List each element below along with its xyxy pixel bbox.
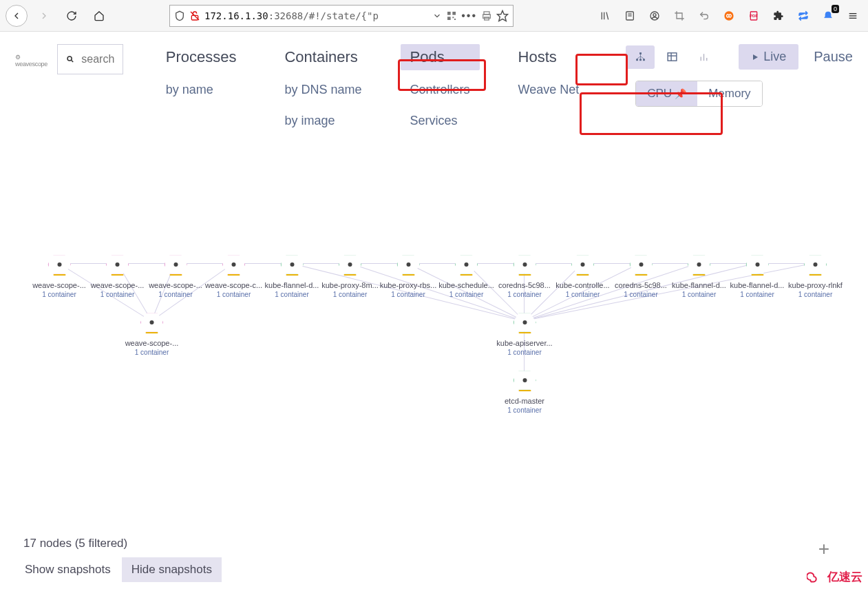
infinity-icon[interactable] — [719, 6, 739, 25]
pod-node[interactable]: kube-proxy-8m...1 container — [321, 252, 379, 298]
node-sub: 1 container — [728, 291, 787, 298]
topo-services[interactable]: Services — [401, 110, 480, 132]
zoom-in[interactable]: + — [818, 538, 829, 560]
reader-icon[interactable] — [620, 6, 639, 25]
node-sub: 1 container — [123, 349, 181, 356]
bell-badge: 0 — [832, 5, 839, 13]
topo-by-image[interactable]: by image — [275, 110, 371, 132]
hide-snapshots[interactable]: Hide snapshots — [122, 557, 222, 582]
pod-node[interactable]: weave-scope-...1 container — [123, 310, 181, 356]
svg-rect-28 — [639, 59, 642, 61]
node-title: kube-proxy-8m... — [321, 281, 379, 289]
address-bar[interactable]: 172.16.1.30:32688/#!/state/{"p ••• — [169, 5, 514, 27]
star-icon[interactable] — [496, 10, 509, 22]
extension-icon[interactable] — [769, 6, 788, 25]
library-icon[interactable] — [595, 6, 615, 25]
topo-processes[interactable]: Processes — [156, 44, 246, 70]
node-title: kube-flannel-d... — [670, 281, 728, 289]
node-title: coredns-5c98... — [612, 281, 670, 289]
node-sub: 1 container — [496, 291, 554, 298]
pod-node[interactable]: weave-scope-c...1 container — [204, 252, 263, 298]
pod-node[interactable]: coredns-5c98...1 container — [612, 252, 670, 298]
topo-containers[interactable]: Containers — [275, 44, 371, 70]
pod-node[interactable]: kube-apiserver...1 container — [496, 310, 554, 356]
pod-node[interactable]: kube-schedule...1 container — [437, 252, 496, 298]
pod-node[interactable]: kube-flannel-d...1 container — [670, 252, 728, 298]
topo-by-name[interactable]: by name — [156, 79, 246, 101]
reload-button[interactable] — [61, 5, 83, 27]
snapshot-tabs: Show snapshots Hide snapshots — [15, 557, 853, 582]
topo-by-dns-name[interactable]: by DNS name — [275, 79, 371, 101]
view-table[interactable] — [657, 45, 686, 69]
svg-rect-3 — [453, 12, 456, 15]
node-count: 17 nodes (5 filtered) — [15, 537, 853, 550]
back-button[interactable] — [6, 5, 28, 27]
logo: ⚙ weavescope — [15, 44, 47, 68]
topo-hosts[interactable]: Hosts — [509, 44, 589, 70]
pod-node[interactable]: kube-flannel-d...1 container — [728, 252, 787, 298]
svg-line-32 — [640, 56, 644, 59]
svg-point-18 — [653, 13, 656, 16]
search-input[interactable] — [81, 53, 114, 65]
pdf-icon[interactable]: PDF — [744, 6, 763, 25]
svg-line-31 — [637, 56, 640, 59]
printer-icon[interactable] — [481, 10, 492, 21]
shield-icon — [174, 10, 185, 21]
svg-rect-4 — [447, 17, 451, 20]
node-sub: 1 container — [263, 291, 321, 298]
svg-marker-39 — [753, 54, 758, 60]
footer: 17 nodes (5 filtered) Show snapshots Hid… — [0, 537, 868, 589]
search-box[interactable] — [57, 44, 123, 74]
right-controls: Live Pause CPU📌 Memory — [598, 44, 853, 107]
svg-marker-10 — [498, 10, 508, 21]
node-title: etcd-master — [496, 397, 554, 405]
svg-rect-27 — [636, 59, 638, 61]
menu-icon[interactable] — [843, 6, 862, 25]
pod-node[interactable]: kube-proxy-rbs...1 container — [379, 252, 438, 298]
node-title: weave-scope-... — [88, 281, 147, 289]
undo-icon[interactable] — [695, 6, 714, 25]
pod-node[interactable]: kube-proxy-rlnkf1 container — [786, 252, 845, 298]
lock-off-icon — [189, 10, 200, 21]
topo-controllers[interactable]: Controllers — [401, 79, 480, 101]
bell-icon[interactable]: 0 — [818, 6, 838, 25]
chevron-down-icon[interactable] — [432, 11, 442, 21]
node-title: kube-flannel-d... — [263, 281, 321, 289]
show-snapshots[interactable]: Show snapshots — [15, 557, 120, 582]
live-button[interactable]: Live — [739, 44, 798, 70]
pause-button[interactable]: Pause — [814, 49, 853, 65]
pod-node[interactable]: weave-scope-...1 container — [88, 252, 147, 298]
retweet-icon[interactable] — [794, 6, 813, 25]
browser-toolbar: 172.16.1.30:32688/#!/state/{"p ••• PDF 0 — [0, 0, 868, 32]
pod-node[interactable]: kube-flannel-d...1 container — [263, 252, 321, 298]
node-sub: 1 container — [496, 406, 554, 414]
pod-node[interactable]: kube-controlle...1 container — [553, 252, 612, 298]
qr-icon[interactable] — [446, 10, 457, 21]
view-graph[interactable] — [626, 45, 655, 69]
topology-nav: Processes by name Containers by DNS name… — [133, 44, 589, 132]
node-sub: 1 container — [553, 291, 612, 298]
pod-node[interactable]: coredns-5c98...1 container — [496, 252, 554, 298]
forward-button[interactable] — [33, 5, 55, 27]
topo-weave-net[interactable]: Weave Net — [509, 79, 589, 101]
app-root: ⚙ weavescope Processes by name Container… — [0, 32, 868, 589]
metric-memory[interactable]: Memory — [697, 81, 761, 106]
more-icon[interactable]: ••• — [461, 10, 477, 22]
pod-node[interactable]: weave-scope-...1 container — [147, 252, 205, 298]
node-sub: 1 container — [204, 291, 263, 298]
svg-rect-5 — [453, 17, 454, 18]
node-sub: 1 container — [612, 291, 670, 298]
crop-icon[interactable] — [670, 6, 689, 25]
pod-node[interactable]: weave-scope-...1 container — [30, 252, 89, 298]
metric-cpu[interactable]: CPU📌 — [636, 81, 697, 106]
view-resources[interactable] — [689, 45, 718, 69]
topology-graph[interactable]: weave-scope-...1 containerweave-scope-..… — [0, 156, 868, 541]
pod-node[interactable]: etcd-master1 container — [496, 368, 554, 414]
topo-pods[interactable]: Pods — [401, 44, 480, 70]
node-sub: 1 container — [379, 291, 438, 298]
account-icon[interactable] — [645, 6, 664, 25]
node-sub: 1 container — [670, 291, 728, 298]
url-text: 172.16.1.30:32688/#!/state/{"p — [204, 10, 428, 21]
home-button[interactable] — [88, 5, 110, 27]
search-icon — [66, 53, 74, 65]
